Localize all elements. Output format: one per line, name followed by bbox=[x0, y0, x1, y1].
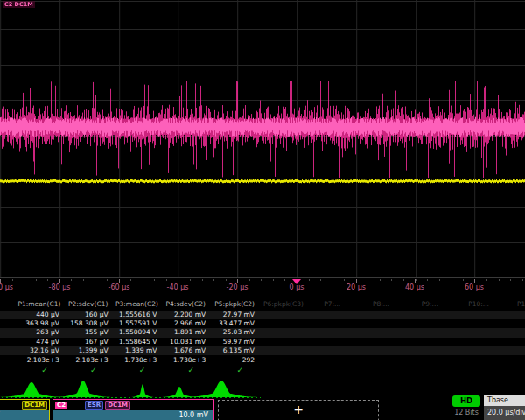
minor-tick bbox=[47, 279, 48, 281]
minor-tick bbox=[261, 279, 262, 281]
measurement-header-2[interactable]: P2:sdev(C1) bbox=[64, 300, 113, 309]
trace-label: C2 DC1M bbox=[3, 1, 35, 8]
measurement-value: 59.97 mV bbox=[210, 338, 259, 346]
c2-coupling-badge: DC1M bbox=[105, 401, 130, 410]
histicon-peak bbox=[67, 381, 99, 397]
minor-tick bbox=[36, 279, 37, 281]
time-axis-label: -20 µs bbox=[211, 284, 263, 291]
measurement-value: 1.891 mV bbox=[161, 328, 210, 337]
measurement-value: 32.16 µV bbox=[15, 346, 64, 355]
minor-tick bbox=[499, 279, 500, 281]
measurement-value: 1.558645 V bbox=[113, 338, 162, 346]
channel-c2-descriptor[interactable]: C2 ESR DC1M 10.0 mV bbox=[52, 399, 214, 420]
major-tick bbox=[0, 279, 1, 283]
minor-tick bbox=[226, 279, 227, 281]
major-tick bbox=[415, 279, 416, 283]
trigger-level-line bbox=[0, 52, 525, 52]
waveform-canvas bbox=[0, 0, 525, 278]
minor-tick bbox=[94, 279, 95, 281]
c1-coupling-badge: DC1M bbox=[22, 401, 47, 410]
measurement-value: 27.97 mV bbox=[210, 311, 259, 319]
measurement-header-10[interactable]: P10:... bbox=[454, 300, 503, 309]
measurement-header-5[interactable]: P5:pkpk(C2) bbox=[210, 300, 259, 309]
measurement-header-9[interactable]: P9:... bbox=[405, 300, 454, 309]
minor-tick bbox=[332, 279, 333, 281]
minor-tick bbox=[249, 279, 250, 281]
measurement-value: 1.557591 V bbox=[113, 319, 162, 328]
minor-tick bbox=[130, 279, 131, 281]
c1-scale-value: 10.0 mV bbox=[0, 410, 32, 420]
minor-tick bbox=[486, 279, 487, 281]
measurement-value: 2.103e+3 bbox=[64, 356, 113, 365]
measurement-value: 1.730e+3 bbox=[161, 356, 210, 365]
minor-tick bbox=[391, 279, 392, 281]
timebase-scale-value: 20.0 µs/div bbox=[484, 406, 525, 420]
waveform-grid: C2 DC1M bbox=[0, 0, 525, 278]
time-axis-label: -40 µs bbox=[151, 284, 204, 291]
c2-label: C2 bbox=[55, 402, 67, 410]
add-trace-button[interactable]: + bbox=[218, 400, 379, 420]
plus-icon: + bbox=[293, 401, 304, 418]
hd-mode-badge[interactable]: HD bbox=[452, 396, 480, 407]
histicon-peak bbox=[200, 381, 242, 397]
major-tick bbox=[237, 279, 238, 283]
measurement-value: 1.730e+3 bbox=[113, 356, 162, 365]
measurement-value: 25.03 mV bbox=[210, 328, 259, 337]
histicon-peak bbox=[13, 382, 50, 397]
measurement-value: 158.308 µV bbox=[64, 319, 113, 328]
major-tick bbox=[474, 279, 475, 283]
minor-tick bbox=[12, 279, 13, 281]
minor-tick bbox=[83, 279, 84, 281]
c2-scale-value: 10.0 mV bbox=[178, 410, 208, 420]
measurement-value: 474 µV bbox=[15, 338, 64, 346]
measurement-value: 292 bbox=[210, 356, 259, 365]
minor-tick bbox=[451, 279, 452, 281]
minor-tick bbox=[190, 279, 191, 281]
major-tick bbox=[356, 279, 357, 283]
measurement-header-3[interactable]: P3:mean(C2) bbox=[113, 300, 162, 309]
minor-tick bbox=[143, 279, 144, 281]
time-axis: -100 µs-80 µs-60 µs-40 µs-20 µs0 µs20 µs… bbox=[0, 279, 525, 298]
minor-tick bbox=[463, 279, 464, 281]
measurement-status-check: ✓ bbox=[36, 366, 53, 376]
timebase-descriptor[interactable]: Tbase 20.0 µs/div bbox=[484, 396, 525, 420]
measurement-value: 1.676 mV bbox=[161, 346, 210, 355]
measurement-status-check: ✓ bbox=[85, 366, 102, 376]
time-axis-label: -100 µs bbox=[0, 284, 26, 291]
time-axis-label: 20 µs bbox=[330, 284, 382, 291]
measurement-value: 2.966 mV bbox=[161, 319, 210, 328]
measurement-value: 33.477 mV bbox=[210, 319, 259, 328]
trigger-position-marker[interactable] bbox=[292, 279, 301, 284]
c2-esr-badge: ESR bbox=[85, 401, 103, 410]
major-tick bbox=[60, 279, 60, 283]
measurement-value: 1.550094 V bbox=[113, 328, 162, 337]
minor-tick bbox=[427, 279, 428, 281]
channel-c1-descriptor[interactable]: DC1M 10.0 mV bbox=[0, 399, 50, 420]
measurement-header-8[interactable]: P8:... bbox=[357, 300, 406, 309]
measurement-value: 1.399 µV bbox=[64, 346, 113, 355]
measurement-value: 363.98 µV bbox=[15, 319, 64, 328]
minor-tick bbox=[320, 279, 321, 281]
histicon-peak bbox=[169, 387, 190, 397]
timebase-title: Tbase bbox=[484, 396, 525, 406]
minor-tick bbox=[24, 279, 24, 281]
time-axis-label: -60 µs bbox=[93, 284, 145, 291]
minor-tick bbox=[439, 279, 440, 281]
measurement-value: 6.135 mV bbox=[210, 346, 259, 355]
measurement-value: 167 µV bbox=[64, 338, 113, 346]
time-axis-label: 60 µs bbox=[448, 284, 500, 291]
measurement-status-check: ✓ bbox=[182, 366, 200, 376]
measurement-header-7[interactable]: P7:... bbox=[308, 300, 357, 309]
minor-tick bbox=[284, 279, 285, 281]
minor-tick bbox=[403, 279, 404, 281]
measurement-header-1[interactable]: P1:mean(C1) bbox=[15, 300, 64, 309]
measurement-header-4[interactable]: P4:sdev(C2) bbox=[161, 300, 210, 309]
measurement-value: 2.103e+3 bbox=[15, 356, 64, 365]
minor-tick bbox=[154, 279, 155, 281]
measurement-header-6[interactable]: P6:pkpk(C3) bbox=[259, 300, 308, 309]
minor-tick bbox=[510, 279, 511, 281]
measurement-value: 440 µV bbox=[15, 311, 64, 319]
minor-tick bbox=[368, 279, 368, 281]
histicons bbox=[0, 376, 525, 399]
measurement-header-11[interactable]: P11:... bbox=[503, 300, 525, 309]
